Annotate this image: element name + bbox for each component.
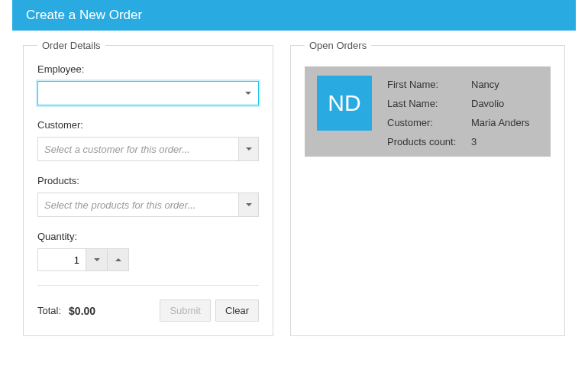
content-area: Order Details Employee: Customer: Produc… bbox=[0, 31, 588, 336]
customer-label: Customer: bbox=[37, 119, 259, 131]
quantity-stepper[interactable] bbox=[37, 248, 259, 271]
page-title: Create a New Order bbox=[26, 8, 142, 22]
products-count-label: Products count: bbox=[387, 136, 471, 147]
customer-input[interactable] bbox=[38, 138, 238, 160]
quantity-decrement-button[interactable] bbox=[86, 248, 108, 271]
total-value: $0.00 bbox=[69, 305, 95, 317]
action-buttons: Submit Clear bbox=[160, 299, 259, 322]
products-dropdown-button[interactable] bbox=[238, 193, 258, 216]
open-orders-legend: Open Orders bbox=[305, 40, 371, 51]
customer-order-value: Maria Anders bbox=[471, 117, 530, 128]
order-details-legend: Order Details bbox=[37, 40, 105, 51]
customer-dropdown-button[interactable] bbox=[238, 138, 258, 160]
avatar-initials: ND bbox=[328, 90, 360, 116]
avatar: ND bbox=[317, 76, 372, 131]
products-row: Products: bbox=[37, 175, 259, 217]
chevron-up-icon bbox=[115, 258, 121, 261]
order-card[interactable]: ND First Name: Nancy Last Name: Davolio … bbox=[305, 66, 551, 157]
total-row: Total: $0.00 Submit Clear bbox=[37, 299, 259, 322]
employee-row: Employee: bbox=[37, 63, 259, 105]
products-input[interactable] bbox=[38, 193, 238, 216]
page-header: Create a New Order bbox=[12, 0, 576, 31]
chevron-down-icon bbox=[246, 203, 252, 206]
customer-combobox[interactable] bbox=[37, 137, 259, 161]
last-name-label: Last Name: bbox=[387, 98, 471, 109]
first-name-label: First Name: bbox=[387, 79, 471, 90]
products-count-value: 3 bbox=[471, 136, 530, 147]
clear-button[interactable]: Clear bbox=[215, 299, 259, 322]
order-details-fieldset: Order Details Employee: Customer: Produc… bbox=[23, 40, 273, 336]
chevron-down-icon bbox=[245, 92, 251, 95]
submit-button[interactable]: Submit bbox=[160, 299, 210, 322]
chevron-down-icon bbox=[246, 147, 252, 151]
employee-input[interactable] bbox=[38, 82, 238, 105]
order-info: First Name: Nancy Last Name: Davolio Cus… bbox=[387, 76, 530, 147]
quantity-label: Quantity: bbox=[37, 231, 259, 242]
employee-combobox[interactable] bbox=[37, 81, 259, 105]
chevron-down-icon bbox=[94, 258, 100, 261]
employee-dropdown-button[interactable] bbox=[238, 82, 258, 105]
last-name-value: Davolio bbox=[471, 98, 530, 109]
total-label: Total: bbox=[37, 305, 61, 316]
quantity-increment-button[interactable] bbox=[108, 248, 129, 271]
quantity-row: Quantity: bbox=[37, 231, 259, 271]
quantity-input[interactable] bbox=[37, 248, 86, 271]
first-name-value: Nancy bbox=[471, 79, 530, 90]
products-combobox[interactable] bbox=[37, 193, 259, 217]
customer-order-label: Customer: bbox=[387, 117, 471, 128]
customer-row: Customer: bbox=[37, 119, 259, 161]
open-orders-fieldset: Open Orders ND First Name: Nancy Last Na… bbox=[290, 40, 565, 336]
products-label: Products: bbox=[37, 175, 259, 186]
divider bbox=[37, 285, 259, 286]
employee-label: Employee: bbox=[37, 63, 259, 75]
